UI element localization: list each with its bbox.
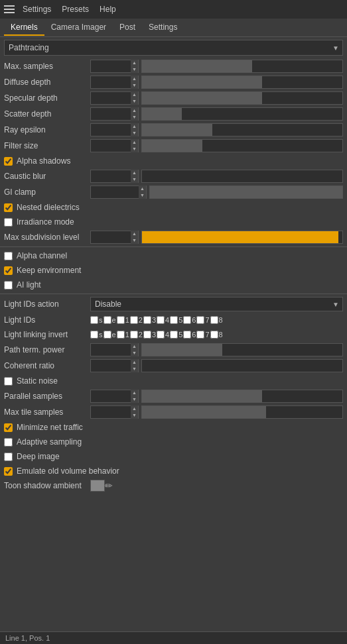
filter-size-field[interactable]: 1.2 (91, 141, 131, 150)
alpha-channel-checkbox[interactable] (4, 252, 13, 260)
keep-environment-checkbox[interactable] (4, 266, 13, 275)
scatter-depth-field[interactable]: 6. (91, 109, 131, 119)
lli-e-checkbox[interactable] (104, 331, 111, 339)
specular-depth-up[interactable]: ▲ (131, 91, 138, 98)
filter-size-slider[interactable] (141, 139, 343, 152)
lli-1-checkbox[interactable] (117, 331, 125, 339)
caustic-blur-up[interactable]: ▲ (131, 170, 138, 176)
hamburger-icon[interactable] (3, 3, 16, 16)
ray-epsilon-down[interactable]: ▼ (131, 130, 138, 136)
max-subdivision-down[interactable]: ▼ (131, 237, 138, 244)
diffuse-depth-up[interactable]: ▲ (131, 76, 138, 82)
path-term-power-slider[interactable] (141, 343, 343, 356)
lli-2-checkbox[interactable] (130, 331, 138, 339)
parallel-samples-spinbox[interactable]: 16. ▲ ▼ (90, 390, 139, 403)
filter-size-spinbox[interactable]: 1.2 ▲ ▼ (90, 139, 139, 152)
specular-depth-down[interactable]: ▼ (131, 98, 138, 105)
light-ids-action-dropdown[interactable]: Disable Enable (90, 297, 343, 311)
emulate-old-volume-checkbox[interactable] (4, 467, 13, 476)
tab-settings[interactable]: Settings (142, 20, 184, 36)
lli-3-checkbox[interactable] (143, 331, 151, 339)
parallel-samples-down[interactable]: ▼ (131, 396, 138, 403)
path-term-power-field[interactable]: 0.3 (91, 345, 131, 354)
max-samples-field[interactable]: 512. (91, 62, 131, 71)
gi-clamp-spinbox[interactable]: 1000000. ▲ ▼ (90, 186, 147, 199)
scatter-depth-down[interactable]: ▼ (131, 114, 138, 121)
lid-6-checkbox[interactable] (183, 316, 191, 324)
caustic-blur-down[interactable]: ▼ (131, 176, 138, 183)
max-subdivision-field[interactable]: 10. (91, 233, 131, 242)
lli-7-checkbox[interactable] (196, 331, 204, 339)
nested-dielectrics-checkbox[interactable] (4, 203, 13, 212)
irradiance-mode-checkbox[interactable] (4, 218, 13, 227)
path-term-power-up[interactable]: ▲ (131, 343, 138, 350)
lid-2-checkbox[interactable] (130, 316, 138, 324)
gi-clamp-up[interactable]: ▲ (139, 186, 146, 192)
lid-1-checkbox[interactable] (117, 316, 125, 324)
scatter-depth-slider[interactable] (141, 107, 343, 121)
menu-presets[interactable]: Presets (58, 2, 93, 17)
menu-help[interactable]: Help (96, 2, 120, 17)
max-subdivision-spinbox[interactable]: 10. ▲ ▼ (90, 231, 139, 244)
ray-epsilon-spinbox[interactable]: 0.0001 ▲ ▼ (90, 123, 139, 136)
diffuse-depth-down[interactable]: ▼ (131, 82, 138, 89)
lid-4-checkbox[interactable] (157, 316, 165, 324)
max-subdivision-slider[interactable] (141, 231, 343, 244)
max-samples-slider[interactable] (141, 60, 343, 73)
max-tile-samples-up[interactable]: ▲ (131, 405, 138, 412)
lid-e-checkbox[interactable] (104, 316, 111, 324)
parallel-samples-up[interactable]: ▲ (131, 390, 138, 396)
filter-size-up[interactable]: ▲ (131, 139, 138, 146)
lid-5-checkbox[interactable] (170, 316, 178, 324)
max-tile-samples-spinbox[interactable]: 32. ▲ ▼ (90, 405, 139, 419)
ai-light-checkbox[interactable] (4, 281, 13, 290)
filter-size-down[interactable]: ▼ (131, 146, 138, 152)
diffuse-depth-field[interactable]: 16. (91, 78, 131, 87)
toon-shadow-swatch[interactable] (90, 480, 105, 492)
coherent-ratio-down[interactable]: ▼ (131, 366, 138, 372)
max-samples-up[interactable]: ▲ (131, 60, 138, 66)
specular-depth-slider[interactable] (141, 91, 343, 105)
lid-3-checkbox[interactable] (143, 316, 151, 324)
ray-epsilon-up[interactable]: ▲ (131, 123, 138, 130)
max-subdivision-up[interactable]: ▲ (131, 231, 138, 237)
max-tile-samples-slider[interactable] (141, 405, 343, 419)
tab-kernels[interactable]: Kernels (4, 20, 44, 36)
caustic-blur-field[interactable]: 0 (91, 172, 131, 181)
lli-s-checkbox[interactable] (90, 331, 98, 339)
coherent-ratio-up[interactable]: ▲ (131, 359, 138, 366)
kernel-dropdown[interactable]: Pathtracing Direct Ambient Occlusion (4, 40, 343, 56)
max-tile-samples-field[interactable]: 32. (91, 407, 131, 417)
tab-post[interactable]: Post (113, 20, 142, 36)
lid-7-checkbox[interactable] (196, 316, 204, 324)
tab-camera-imager[interactable]: Camera Imager (44, 20, 113, 36)
scatter-depth-up[interactable]: ▲ (131, 107, 138, 114)
adaptive-sampling-checkbox[interactable] (4, 438, 13, 447)
gi-clamp-slider[interactable] (149, 186, 343, 199)
minimize-net-traffic-checkbox[interactable] (4, 423, 13, 432)
caustic-blur-spinbox[interactable]: 0 ▲ ▼ (90, 170, 139, 183)
lid-s-checkbox[interactable] (90, 316, 98, 324)
deep-image-checkbox[interactable] (4, 453, 13, 461)
lli-5-checkbox[interactable] (170, 331, 178, 339)
max-samples-spinbox[interactable]: 512. ▲ ▼ (90, 60, 139, 73)
ray-epsilon-field[interactable]: 0.0001 (91, 125, 131, 134)
gi-clamp-field[interactable]: 1000000. (91, 188, 139, 197)
coherent-ratio-field[interactable]: 0 (91, 361, 131, 370)
lid-8-checkbox[interactable] (210, 316, 218, 324)
caustic-blur-slider[interactable] (141, 170, 343, 183)
path-term-power-spinbox[interactable]: 0.3 ▲ ▼ (90, 343, 139, 356)
scatter-depth-spinbox[interactable]: 6. ▲ ▼ (90, 107, 139, 121)
toon-shadow-edit-button[interactable]: ✏ (105, 480, 113, 491)
ray-epsilon-slider[interactable] (141, 123, 343, 136)
path-term-power-down[interactable]: ▼ (131, 350, 138, 356)
lli-6-checkbox[interactable] (183, 331, 191, 339)
menu-settings[interactable]: Settings (19, 2, 55, 17)
gi-clamp-down[interactable]: ▼ (139, 192, 146, 199)
max-tile-samples-down[interactable]: ▼ (131, 412, 138, 419)
diffuse-depth-slider[interactable] (141, 76, 343, 89)
max-samples-down[interactable]: ▼ (131, 66, 138, 73)
parallel-samples-slider[interactable] (141, 390, 343, 403)
parallel-samples-field[interactable]: 16. (91, 392, 131, 401)
specular-depth-spinbox[interactable]: 16. ▲ ▼ (90, 91, 139, 105)
